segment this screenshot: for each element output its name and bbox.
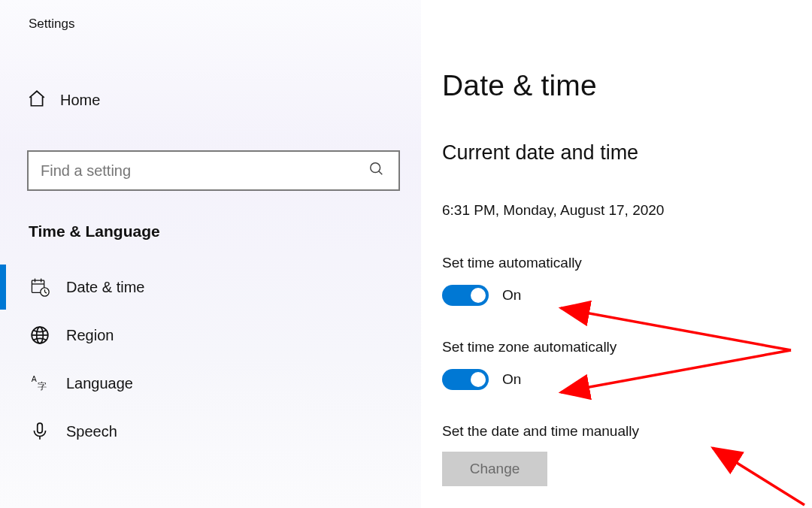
sidebar-item-date-time[interactable]: Date & time bbox=[5, 263, 400, 311]
current-datetime-value: 6:31 PM, Monday, August 17, 2020 bbox=[442, 202, 812, 219]
page-title: Date & time bbox=[442, 69, 812, 102]
sidebar-nav: Date & time Region A字 Language Speech bbox=[5, 263, 400, 455]
toggle-set-time-auto[interactable] bbox=[442, 285, 489, 306]
label-manual-datetime: Set the date and time manually bbox=[442, 423, 812, 440]
svg-line-1 bbox=[379, 171, 383, 175]
home-icon bbox=[27, 89, 47, 111]
app-title: Settings bbox=[29, 17, 400, 32]
sidebar-item-label: Date & time bbox=[66, 279, 144, 296]
svg-point-0 bbox=[371, 163, 380, 173]
toggle-set-tz-auto-state: On bbox=[502, 371, 521, 388]
sidebar-item-label: Speech bbox=[66, 423, 117, 440]
section-current-datetime: Current date and time bbox=[442, 141, 812, 165]
label-set-time-auto: Set time automatically bbox=[442, 255, 812, 271]
main-content: Date & time Current date and time 6:31 P… bbox=[421, 0, 812, 508]
globe-icon bbox=[29, 325, 51, 345]
svg-text:字: 字 bbox=[38, 381, 47, 392]
sidebar-item-home[interactable]: Home bbox=[27, 89, 400, 111]
search-input[interactable] bbox=[41, 162, 368, 180]
search-icon bbox=[368, 161, 385, 180]
svg-rect-14 bbox=[38, 423, 43, 433]
language-icon: A字 bbox=[29, 373, 51, 393]
sidebar: Settings Home Time & Language Date & tim… bbox=[0, 0, 421, 508]
toggle-knob bbox=[471, 288, 486, 303]
sidebar-item-region[interactable]: Region bbox=[5, 311, 400, 359]
sidebar-item-label: Language bbox=[66, 375, 133, 392]
calendar-clock-icon bbox=[29, 277, 51, 297]
search-box[interactable] bbox=[27, 150, 400, 191]
svg-text:A: A bbox=[32, 374, 38, 383]
sidebar-item-language[interactable]: A字 Language bbox=[5, 359, 400, 407]
change-button: Change bbox=[442, 452, 547, 486]
sidebar-category: Time & Language bbox=[29, 222, 400, 240]
microphone-icon bbox=[29, 422, 51, 441]
toggle-knob bbox=[471, 372, 486, 387]
sidebar-item-label: Region bbox=[66, 327, 114, 344]
home-label: Home bbox=[60, 92, 100, 109]
label-set-tz-auto: Set time zone automatically bbox=[442, 339, 812, 355]
toggle-set-tz-auto[interactable] bbox=[442, 369, 489, 390]
sidebar-item-speech[interactable]: Speech bbox=[5, 407, 400, 455]
toggle-set-time-auto-state: On bbox=[502, 287, 521, 304]
